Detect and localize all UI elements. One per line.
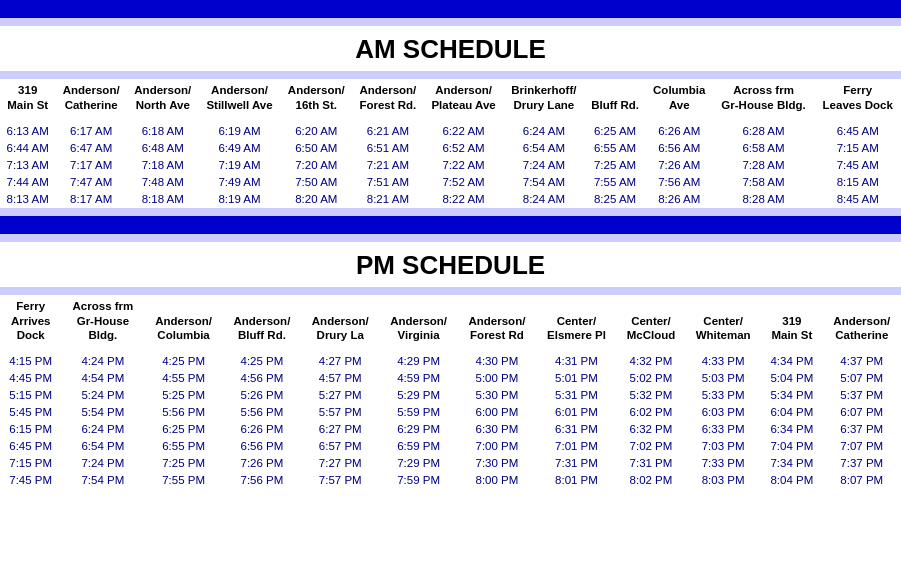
am-cell-2-2: 7:18 AM bbox=[127, 157, 199, 174]
am-cell-4-0: 8:13 AM bbox=[0, 191, 55, 208]
pm-cell-2-0: 5:15 PM bbox=[0, 387, 61, 404]
am-cell-2-6: 7:22 AM bbox=[424, 157, 504, 174]
pm-cell-2-11: 5:37 PM bbox=[823, 387, 901, 404]
pm-col-header-9: Center/Whiteman bbox=[685, 295, 761, 348]
am-cell-4-9: 8:26 AM bbox=[646, 191, 713, 208]
pm-cell-2-1: 5:24 PM bbox=[61, 387, 144, 404]
am-cell-4-4: 8:20 AM bbox=[281, 191, 353, 208]
am-cell-3-2: 7:48 AM bbox=[127, 174, 199, 191]
am-cell-3-4: 7:50 AM bbox=[281, 174, 353, 191]
am-col-header-9: ColumbiaAve bbox=[646, 79, 713, 117]
pm-cell-5-0: 6:45 PM bbox=[0, 438, 61, 455]
pm-cell-0-7: 4:31 PM bbox=[536, 353, 617, 370]
pm-cell-3-8: 6:02 PM bbox=[617, 404, 685, 421]
am-col-header-1: Anderson/Catherine bbox=[55, 79, 127, 117]
pm-cell-4-10: 6:34 PM bbox=[761, 421, 822, 438]
pm-cell-7-11: 8:07 PM bbox=[823, 472, 901, 489]
pm-cell-2-8: 5:32 PM bbox=[617, 387, 685, 404]
am-cell-1-7: 6:54 AM bbox=[504, 140, 585, 157]
am-top-blue-bar bbox=[0, 0, 901, 18]
pm-table-row: 7:15 PM7:24 PM7:25 PM7:26 PM7:27 PM7:29 … bbox=[0, 455, 901, 472]
pm-cell-1-5: 4:59 PM bbox=[379, 370, 457, 387]
pm-cell-7-5: 7:59 PM bbox=[379, 472, 457, 489]
pm-cell-0-0: 4:15 PM bbox=[0, 353, 61, 370]
pm-cell-3-5: 5:59 PM bbox=[379, 404, 457, 421]
am-cell-1-5: 6:51 AM bbox=[352, 140, 424, 157]
am-schedule-section: AM SCHEDULE 319Main StAnderson/Catherine… bbox=[0, 26, 901, 208]
pm-col-header-2: Anderson/Columbia bbox=[144, 295, 222, 348]
pm-cell-1-3: 4:56 PM bbox=[223, 370, 301, 387]
pm-cell-3-1: 5:54 PM bbox=[61, 404, 144, 421]
pm-col-header-1: Across frmGr-HouseBldg. bbox=[61, 295, 144, 348]
pm-cell-1-11: 5:07 PM bbox=[823, 370, 901, 387]
pm-table-row: 6:15 PM6:24 PM6:25 PM6:26 PM6:27 PM6:29 … bbox=[0, 421, 901, 438]
am-cell-1-8: 6:55 AM bbox=[584, 140, 646, 157]
am-cell-0-10: 6:28 AM bbox=[713, 123, 815, 140]
pm-cell-2-6: 5:30 PM bbox=[458, 387, 536, 404]
pm-cell-3-9: 6:03 PM bbox=[685, 404, 761, 421]
am-table-row: 7:44 AM7:47 AM7:48 AM7:49 AM7:50 AM7:51 … bbox=[0, 174, 901, 191]
am-cell-1-9: 6:56 AM bbox=[646, 140, 713, 157]
pm-cell-1-6: 5:00 PM bbox=[458, 370, 536, 387]
am-cell-0-1: 6:17 AM bbox=[55, 123, 127, 140]
am-cell-3-0: 7:44 AM bbox=[0, 174, 55, 191]
pm-table-row: 5:15 PM5:24 PM5:25 PM5:26 PM5:27 PM5:29 … bbox=[0, 387, 901, 404]
am-table-row: 7:13 AM7:17 AM7:18 AM7:19 AM7:20 AM7:21 … bbox=[0, 157, 901, 174]
pm-cell-5-2: 6:55 PM bbox=[144, 438, 222, 455]
pm-cell-0-9: 4:33 PM bbox=[685, 353, 761, 370]
am-bottom-light-bar bbox=[0, 208, 901, 216]
pm-cell-3-4: 5:57 PM bbox=[301, 404, 379, 421]
pm-cell-0-1: 4:24 PM bbox=[61, 353, 144, 370]
pm-cell-7-8: 8:02 PM bbox=[617, 472, 685, 489]
pm-cell-0-11: 4:37 PM bbox=[823, 353, 901, 370]
pm-cell-5-11: 7:07 PM bbox=[823, 438, 901, 455]
am-col-header-6: Anderson/Plateau Ave bbox=[424, 79, 504, 117]
pm-cell-6-2: 7:25 PM bbox=[144, 455, 222, 472]
am-cell-3-3: 7:49 AM bbox=[199, 174, 281, 191]
pm-cell-6-6: 7:30 PM bbox=[458, 455, 536, 472]
am-cell-3-6: 7:52 AM bbox=[424, 174, 504, 191]
am-cell-3-9: 7:56 AM bbox=[646, 174, 713, 191]
pm-col-header-8: Center/McCloud bbox=[617, 295, 685, 348]
am-cell-2-9: 7:26 AM bbox=[646, 157, 713, 174]
am-col-header-11: FerryLeaves Dock bbox=[814, 79, 901, 117]
pm-cell-1-9: 5:03 PM bbox=[685, 370, 761, 387]
pm-cell-4-11: 6:37 PM bbox=[823, 421, 901, 438]
pm-cell-4-8: 6:32 PM bbox=[617, 421, 685, 438]
pm-cell-0-5: 4:29 PM bbox=[379, 353, 457, 370]
pm-cell-1-0: 4:45 PM bbox=[0, 370, 61, 387]
pm-cell-7-1: 7:54 PM bbox=[61, 472, 144, 489]
pm-cell-4-2: 6:25 PM bbox=[144, 421, 222, 438]
pm-schedule-title: PM SCHEDULE bbox=[0, 242, 901, 287]
pm-cell-0-10: 4:34 PM bbox=[761, 353, 822, 370]
pm-cell-0-2: 4:25 PM bbox=[144, 353, 222, 370]
am-cell-3-11: 8:15 AM bbox=[814, 174, 901, 191]
pm-cell-5-1: 6:54 PM bbox=[61, 438, 144, 455]
am-header-row: 319Main StAnderson/CatherineAnderson/Nor… bbox=[0, 79, 901, 117]
pm-cell-6-1: 7:24 PM bbox=[61, 455, 144, 472]
pm-schedule-section: PM SCHEDULE FerryArrivesDockAcross frmGr… bbox=[0, 242, 901, 489]
pm-cell-6-10: 7:34 PM bbox=[761, 455, 822, 472]
am-cell-4-7: 8:24 AM bbox=[504, 191, 585, 208]
am-cell-1-10: 6:58 AM bbox=[713, 140, 815, 157]
pm-col-header-11: Anderson/Catherine bbox=[823, 295, 901, 348]
pm-cell-4-1: 6:24 PM bbox=[61, 421, 144, 438]
pm-cell-1-4: 4:57 PM bbox=[301, 370, 379, 387]
pm-cell-3-10: 6:04 PM bbox=[761, 404, 822, 421]
pm-table-row: 4:15 PM4:24 PM4:25 PM4:25 PM4:27 PM4:29 … bbox=[0, 353, 901, 370]
am-cell-2-3: 7:19 AM bbox=[199, 157, 281, 174]
pm-cell-5-5: 6:59 PM bbox=[379, 438, 457, 455]
pm-cell-2-7: 5:31 PM bbox=[536, 387, 617, 404]
am-cell-2-7: 7:24 AM bbox=[504, 157, 585, 174]
pm-cell-6-7: 7:31 PM bbox=[536, 455, 617, 472]
am-cell-2-11: 7:45 AM bbox=[814, 157, 901, 174]
am-cell-2-10: 7:28 AM bbox=[713, 157, 815, 174]
pm-cell-1-1: 4:54 PM bbox=[61, 370, 144, 387]
am-below-title-light-bar bbox=[0, 71, 901, 79]
am-table-row: 6:13 AM6:17 AM6:18 AM6:19 AM6:20 AM6:21 … bbox=[0, 123, 901, 140]
am-schedule-table: 319Main StAnderson/CatherineAnderson/Nor… bbox=[0, 79, 901, 208]
pm-col-header-3: Anderson/Bluff Rd. bbox=[223, 295, 301, 348]
pm-header-row: FerryArrivesDockAcross frmGr-HouseBldg.A… bbox=[0, 295, 901, 348]
pm-cell-5-4: 6:57 PM bbox=[301, 438, 379, 455]
am-cell-0-5: 6:21 AM bbox=[352, 123, 424, 140]
